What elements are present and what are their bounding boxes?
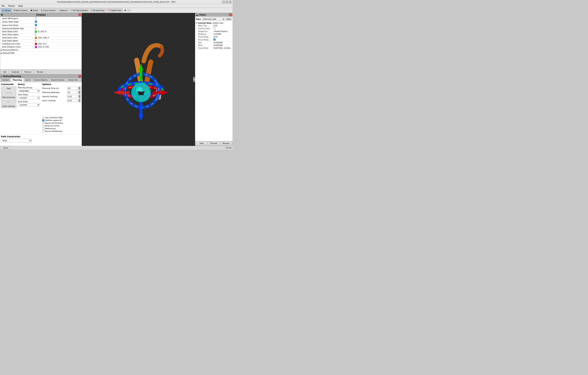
accel-up[interactable]: ▲: [78, 99, 81, 100]
table-row: Interactive Marker Size 0: [0, 27, 82, 30]
window-controls[interactable]: ─ □ ✕: [222, 1, 231, 3]
maximize-button[interactable]: □: [225, 1, 228, 3]
velocity-scaling-input[interactable]: [67, 95, 77, 98]
focal-shape-checkbox[interactable]: [213, 39, 216, 41]
planning-attempts-up[interactable]: ▲: [78, 91, 81, 92]
views-rename-button[interactable]: Rename: [220, 142, 232, 145]
option-checkbox-3[interactable]: [42, 125, 44, 127]
tree-row-invert-z: Invert Z Axis: [196, 27, 232, 30]
move-camera-button[interactable]: ⊕ Move Camera: [12, 8, 29, 12]
planning-attempts-down[interactable]: ▼: [78, 92, 81, 94]
velocity-up[interactable]: ▲: [78, 95, 81, 96]
query-goal-checkbox[interactable]: [35, 24, 37, 26]
joint-violation-color-swatch[interactable]: [35, 46, 37, 48]
show-workspace-checkbox[interactable]: [35, 17, 37, 19]
stop-button[interactable]: Stop: [1, 100, 16, 104]
option-checkbox-5[interactable]: [42, 130, 44, 132]
views-zero-button[interactable]: Zero: [226, 18, 232, 21]
tab-stored-states[interactable]: Stored Sta: [66, 78, 80, 82]
measure-icon: ─: [58, 9, 60, 11]
displays-close-button[interactable]: ✕: [78, 14, 81, 16]
goal-state-color-swatch[interactable]: [35, 37, 37, 39]
reset-button[interactable]: Reset: [1, 146, 10, 150]
start-state-dropdown[interactable]: <current>: [18, 96, 40, 99]
tree-row-yaw: Yaw 0.550398: [196, 41, 232, 44]
toolbar: 🖱 Interact ⊕ Move Camera ▣ Select ◎ Focu…: [0, 8, 232, 13]
goal-state-dropdown[interactable]: <current>: [18, 103, 40, 107]
remove-display-button[interactable]: Remove: [22, 70, 33, 74]
colliding-color-swatch[interactable]: [35, 43, 37, 45]
rename-display-button[interactable]: Rename: [34, 70, 46, 74]
tool-minus-button[interactable]: ─: [127, 9, 131, 12]
minimize-button[interactable]: ─: [222, 1, 225, 3]
views-type-dropdown[interactable]: Orbit (rviz_defa: [202, 17, 225, 21]
tab-planning[interactable]: Planning: [11, 78, 24, 82]
pose-estimate-button[interactable]: ↗ 2D Pose Estimate: [69, 8, 89, 12]
svg-rect-42: [121, 91, 130, 94]
duplicate-display-button[interactable]: Duplicate: [9, 70, 22, 74]
tab-stored-scenes[interactable]: Stored Scenes: [49, 78, 66, 82]
accel-scaling-input[interactable]: [67, 99, 77, 102]
path-constraints-dropdown[interactable]: None: [1, 139, 32, 142]
views-save-button[interactable]: Save: [196, 142, 207, 145]
velocity-down[interactable]: ▼: [78, 96, 81, 98]
planning-attempts-spinner[interactable]: ▲ ▼: [78, 91, 81, 94]
menu-help[interactable]: Help: [18, 5, 23, 7]
option-checkbox-label-2: Approx IK Solutions: [45, 122, 63, 124]
svg-marker-37: [139, 114, 143, 121]
svg-line-12: [108, 78, 195, 118]
close-button[interactable]: ✕: [229, 1, 231, 3]
planning-sections: Commands Plan Execute Plan & Execute Sto…: [1, 83, 81, 133]
planning-time-down[interactable]: ▼: [78, 88, 81, 90]
planning-time-spinner[interactable]: ▲ ▼: [78, 87, 81, 90]
tab-scene-objects[interactable]: Scene Objects: [32, 78, 50, 82]
motion-planning-close-button[interactable]: ✕: [78, 75, 81, 77]
svg-rect-38: [140, 102, 142, 114]
interact-button[interactable]: 🖱 Interact: [1, 8, 12, 12]
publish-point-button[interactable]: 📍 Publish Point: [106, 8, 123, 12]
planning-attempts-input[interactable]: [67, 91, 77, 94]
add-tool-button[interactable]: ✛: [124, 9, 126, 12]
svg-point-34: [136, 87, 142, 93]
accel-scaling-spinner[interactable]: ▲ ▼: [78, 99, 81, 102]
tab-context[interactable]: Context: [0, 78, 11, 82]
svg-point-22: [138, 97, 149, 101]
option-checkbox-4[interactable]: [42, 128, 44, 130]
menu-panels[interactable]: Panels: [8, 5, 15, 7]
goal-pose-button[interactable]: ↗ 2D Goal Pose: [90, 8, 105, 12]
planning-group-label: Planning Group:: [18, 87, 41, 89]
planning-time-input[interactable]: [67, 87, 77, 90]
measure-button[interactable]: ─ Measure: [57, 8, 69, 12]
select-button[interactable]: ▣ Select: [29, 8, 39, 12]
clear-octomap-button[interactable]: Clear octomap: [1, 104, 16, 108]
title-text: /home/parallels/moveit2_tutorials_ws/ins…: [57, 1, 176, 3]
svg-line-13: [117, 78, 195, 99]
views-content: Type: Orbit (rviz_defa Zero ▼ Current Vi…: [195, 17, 232, 141]
query-start-checkbox[interactable]: [35, 21, 37, 23]
option-checkbox-2[interactable]: [42, 122, 44, 124]
velocity-scaling-spinner[interactable]: ▲ ▼: [78, 95, 81, 98]
planning-group-dropdown[interactable]: manipulator: [18, 89, 40, 92]
option-checkbox-row-5: Sensor Positioning: [42, 130, 81, 132]
menu-file[interactable]: File: [1, 5, 5, 7]
focus-camera-button[interactable]: ◎ Focus Camera: [40, 8, 56, 12]
views-remove-button[interactable]: Remove: [208, 142, 220, 145]
tab-joints[interactable]: Joints: [24, 78, 32, 82]
option-checkbox-0[interactable]: [42, 117, 44, 119]
accel-down[interactable]: ▼: [78, 100, 81, 102]
option-checkbox-1[interactable]: [42, 120, 44, 121]
plan-button[interactable]: Plan: [1, 87, 16, 90]
views-type-row: Type: Orbit (rviz_defa Zero: [196, 17, 232, 21]
table-row: Show Workspace: [0, 17, 82, 20]
views-close-button[interactable]: ✕: [229, 14, 232, 16]
invert-z-checkbox[interactable]: [213, 27, 216, 29]
goal-state-label: Goal State:: [18, 100, 41, 103]
planning-time-up[interactable]: ▲: [78, 87, 81, 88]
plan-execute-button[interactable]: Plan & Execute: [1, 95, 16, 99]
viewport-collapse-button[interactable]: ◀: [193, 77, 195, 82]
current-view-header[interactable]: ▼ Current View Orbit (rviz): [196, 22, 232, 24]
expand-icon: ▶: [1, 49, 2, 51]
start-state-color-swatch[interactable]: [35, 31, 37, 33]
execute-button[interactable]: Execute: [1, 91, 16, 95]
add-display-button[interactable]: Add: [1, 70, 9, 74]
